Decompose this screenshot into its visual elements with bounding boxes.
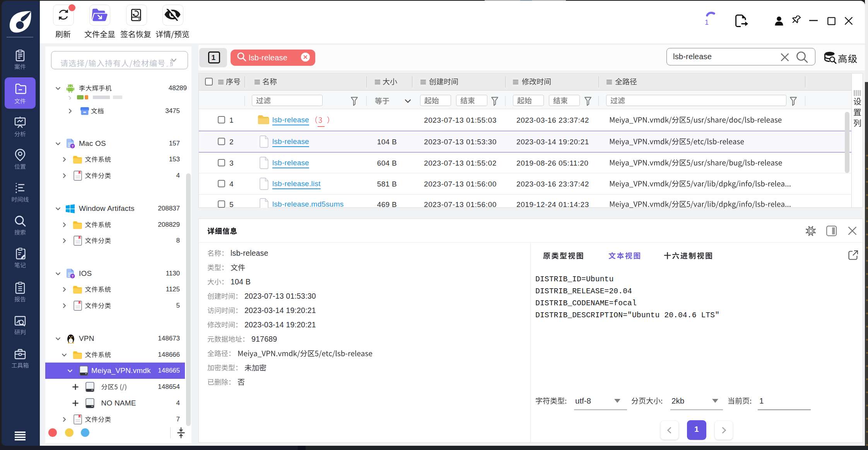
svg-text:?: ? bbox=[72, 274, 74, 278]
svg-text:?: ? bbox=[72, 144, 74, 148]
svg-text:1: 1 bbox=[705, 19, 709, 26]
